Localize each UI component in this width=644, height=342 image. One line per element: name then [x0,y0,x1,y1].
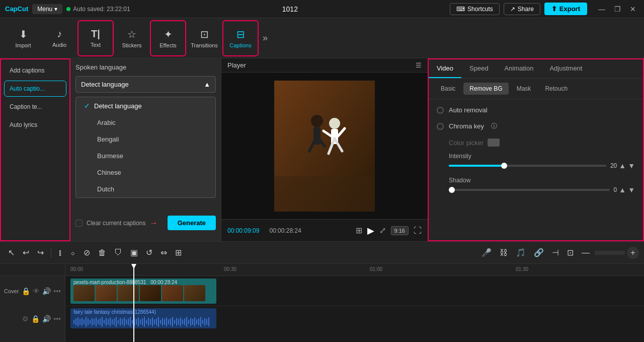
toolbar-effects[interactable]: ✦ Effects [150,20,186,56]
video-thumb-6 [184,285,205,301]
toolbar-audio[interactable]: ♪ Audio [41,20,77,56]
color-swatch[interactable] [488,139,500,147]
track-eye-icon[interactable]: 👁 [33,287,40,295]
svg-rect-24 [96,317,97,326]
flip-button[interactable]: ⇔ [157,246,170,259]
left-panel-auto-lyrics[interactable]: Auto lyrics [4,117,66,133]
auto-saved-status: Auto saved: 23:22:01 [66,6,130,13]
svg-rect-53 [154,319,155,324]
chroma-key-toggle[interactable] [437,123,444,130]
left-panel-add-captions[interactable]: Add captions [4,62,66,79]
language-option-dutch[interactable]: Dutch [76,181,215,197]
language-option-burmese[interactable]: Burmese [76,148,215,164]
effects-icon: ✦ [164,28,173,40]
sub-tab-remove-bg[interactable]: Remove BG [463,83,508,95]
language-option-chinese[interactable]: Chinese [76,164,215,181]
split-vertical-button[interactable]: ⫿ [55,246,65,259]
svg-rect-39 [126,319,127,324]
generate-button[interactable]: Generate [168,216,216,230]
split-clip-button[interactable]: ⊣ [549,246,562,259]
shortcuts-button[interactable]: ⌨ Shortcuts [450,3,500,15]
sub-tab-basic[interactable]: Basic [435,83,461,95]
toolbar-import[interactable]: ⬇ Import [5,20,41,56]
add-track-button[interactable]: + [627,247,639,259]
more-tools-button[interactable]: » [259,33,272,43]
menu-button[interactable]: Menu ▾ [32,4,62,14]
link-button[interactable]: ⛓ [497,246,511,259]
undo-button[interactable]: ↩ [20,246,32,259]
track-volume-icon[interactable]: 🔊 [42,287,51,295]
auto-removal-toggle[interactable] [437,107,444,114]
toolbar-captions[interactable]: ⊟ Captions [222,20,259,56]
left-panel-caption-template[interactable]: Caption te... [4,99,66,115]
svg-rect-60 [168,319,169,324]
zoom-slider-button[interactable] [595,251,625,255]
play-button[interactable]: ▶ [367,225,374,236]
audio-button[interactable]: 🎵 [513,246,529,259]
shadow-down-button[interactable]: ▼ [628,186,635,194]
audio-track-more-icon[interactable]: ••• [53,315,61,323]
left-panel-auto-caption[interactable]: Auto captio... [4,81,66,97]
toolbar-stickers[interactable]: ☆ Stickers [114,20,150,56]
crop-button[interactable]: ▣ [127,246,141,259]
shadow-thumb[interactable] [449,187,455,193]
delete-button[interactable]: 🗑 [95,246,109,259]
video-clip[interactable]: pexels-mart-production-8888531 00:00:28:… [70,279,216,304]
chain-button[interactable]: 🔗 [531,246,547,259]
intensity-slider[interactable] [449,165,606,167]
intensity-thumb[interactable] [501,163,507,169]
audio-track-settings-icon[interactable]: ⚙ [22,315,29,323]
right-panel: Video Speed Animation Adjustment Basic R… [428,58,644,241]
audio-clip[interactable]: fairy tale fantasy christmas(1286544) [70,308,216,328]
tab-adjustment[interactable]: Adjustment [541,59,590,78]
tab-animation[interactable]: Animation [497,59,542,78]
intensity-down-button[interactable]: ▼ [628,162,635,170]
shadow-up-button[interactable]: ▲ [619,186,626,194]
sub-tab-mask[interactable]: Mask [511,83,537,95]
audio-track-volume-icon[interactable]: 🔊 [42,315,51,323]
svg-rect-70 [188,320,189,324]
detect-language-select[interactable]: Detect language ▲ [75,76,216,93]
split-horizontal-button[interactable]: ⬦ [67,246,78,259]
sub-tab-retouch[interactable]: Retouch [539,83,574,95]
audio-track-lock-icon[interactable]: 🔒 [31,315,40,323]
mic-button[interactable]: 🎤 [478,246,495,259]
share-button[interactable]: ↗ Share [504,3,540,15]
toolbar-transitions[interactable]: ⊡ Transitions [186,20,222,56]
select-tool-button[interactable]: ↖ [5,246,18,259]
intensity-up-button[interactable]: ▲ [619,162,626,170]
svg-point-7 [329,118,340,129]
track-lock-icon[interactable]: 🔒 [22,287,30,295]
track-more-icon[interactable]: ••• [53,287,61,295]
tab-video[interactable]: Video [429,59,461,78]
shield-button[interactable]: ⛉ [111,246,125,259]
resolution-badge: 9:16 [391,226,409,235]
timeline-scroll-area[interactable]: 00:00 00:30 01:00 01:30 pexels-mart-prod… [65,264,644,342]
player-menu-icon[interactable]: ☰ [416,61,422,69]
fullscreen-button[interactable]: ⛶ [414,226,422,235]
svg-rect-42 [132,320,133,324]
zoom-out-button[interactable]: — [579,246,593,259]
redo-button[interactable]: ↪ [34,246,47,259]
export-button[interactable]: ⬆ Export [544,3,587,15]
svg-rect-35 [118,320,119,324]
tab-speed[interactable]: Speed [461,59,497,78]
language-option-bengali[interactable]: Bengali [76,131,215,148]
close-button[interactable]: ✕ [627,4,639,14]
language-option-detect[interactable]: ✓ Detect language [76,97,215,114]
fit-screen-icon[interactable]: ⤢ [379,226,386,235]
frame-button[interactable]: ⊞ [172,246,185,259]
shadow-slider[interactable] [449,189,610,191]
grid-view-icon[interactable]: ⊞ [356,226,362,235]
resize-button[interactable]: ⊡ [564,246,577,259]
minimize-button[interactable]: — [595,4,608,14]
maximize-button[interactable]: ❐ [611,4,624,14]
timeline-tools-left: ↖ ↩ ↪ ⫿ ⬦ ⊘ 🗑 ⛉ ▣ ↺ ⇔ ⊞ [5,246,185,259]
trim-button[interactable]: ⊘ [80,246,93,259]
clear-captions-checkbox[interactable] [75,220,83,227]
toolbar-text[interactable]: T| Text [77,20,114,56]
audio-icon: ♪ [57,28,62,40]
language-option-arabic[interactable]: Arabic [76,114,215,131]
svg-rect-77 [202,320,203,324]
rotate-button[interactable]: ↺ [143,246,155,259]
